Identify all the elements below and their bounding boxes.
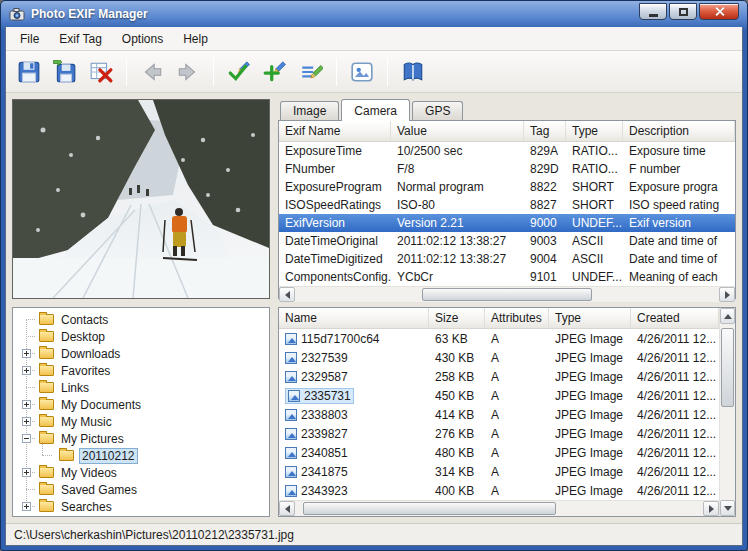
- file-row-selected[interactable]: 2335731450 KBAJPEG Image4/26/2011 12...: [279, 386, 719, 405]
- scroll-right-button[interactable]: [719, 287, 735, 302]
- exif-name: ExposureTime: [279, 144, 391, 158]
- help-button[interactable]: [396, 55, 430, 89]
- scrollbar-thumb[interactable]: [721, 328, 734, 407]
- tree-item-20110212[interactable]: 20110212: [13, 447, 269, 464]
- exif-tag: 9003: [524, 234, 566, 248]
- file-attributes: A: [485, 332, 549, 346]
- edit-tags-button[interactable]: [294, 55, 328, 89]
- tab-image[interactable]: Image: [280, 101, 339, 120]
- camera-app-icon[interactable]: [9, 6, 25, 22]
- scrollbar-thumb[interactable]: [422, 288, 592, 301]
- exif-type: ASCII: [566, 234, 623, 248]
- tree-item-label: My Documents: [59, 398, 143, 412]
- expand-plus-icon[interactable]: [22, 468, 31, 477]
- tree-item-my-videos[interactable]: My Videos: [13, 464, 269, 481]
- column-header-description[interactable]: Description: [623, 121, 735, 141]
- exif-row[interactable]: ExposureTime10/2500 sec829ARATIO...Expos…: [279, 142, 735, 160]
- column-header-tag[interactable]: Tag: [524, 121, 566, 141]
- column-header-value[interactable]: Value: [391, 121, 524, 141]
- minimize-button[interactable]: [639, 3, 667, 20]
- expand-plus-icon[interactable]: [22, 502, 31, 511]
- file-created: 4/26/2011 12...: [631, 427, 719, 441]
- file-attributes: A: [485, 408, 549, 422]
- exif-row[interactable]: ExposureProgramNormal program8822SHORTEx…: [279, 178, 735, 196]
- files-horizontal-scrollbar[interactable]: [279, 500, 719, 516]
- column-header-name[interactable]: Name: [279, 308, 429, 328]
- tree-item-searches[interactable]: Searches: [13, 498, 269, 515]
- expand-plus-icon[interactable]: [22, 366, 31, 375]
- file-size: 314 KB: [429, 465, 485, 479]
- menu-file[interactable]: File: [10, 28, 49, 50]
- title-bar[interactable]: Photo EXIF Manager: [5, 1, 743, 27]
- delete-exif-button[interactable]: [84, 55, 118, 89]
- tree-item-saved-games[interactable]: Saved Games: [13, 481, 269, 498]
- exif-row[interactable]: FNumberF/8829DRATIO...F number: [279, 160, 735, 178]
- file-created: 4/26/2011 12...: [631, 408, 719, 422]
- menu-help[interactable]: Help: [173, 28, 218, 50]
- scroll-up-button[interactable]: [720, 308, 735, 324]
- tree-item-label: Contacts: [59, 313, 110, 327]
- scrollbar-track[interactable]: [295, 501, 703, 516]
- menu-exif-tag[interactable]: Exif Tag: [49, 28, 111, 50]
- image-file-icon: [285, 352, 297, 364]
- tab-camera[interactable]: Camera: [341, 99, 410, 120]
- column-header-type[interactable]: Type: [566, 121, 623, 141]
- photo-preview: [12, 99, 270, 299]
- file-row[interactable]: 2340851480 KBAJPEG Image4/26/2011 12...: [279, 443, 719, 462]
- file-row[interactable]: 115d71700c6463 KBAJPEG Image4/26/2011 12…: [279, 329, 719, 348]
- forward-button[interactable]: [171, 55, 205, 89]
- back-button[interactable]: [135, 55, 169, 89]
- image-viewer-button[interactable]: [345, 55, 379, 89]
- file-row[interactable]: 2338803414 KBAJPEG Image4/26/2011 12...: [279, 405, 719, 424]
- save-as-button[interactable]: [48, 55, 82, 89]
- expand-plus-icon[interactable]: [22, 349, 31, 358]
- scrollbar-track[interactable]: [720, 324, 735, 500]
- scroll-right-button[interactable]: [703, 501, 719, 516]
- scroll-left-button[interactable]: [279, 287, 295, 302]
- files-vertical-scrollbar[interactable]: [719, 308, 735, 516]
- tree-item-links[interactable]: Links: [13, 379, 269, 396]
- tree-item-favorites[interactable]: Favorites: [13, 362, 269, 379]
- file-row[interactable]: 2329587258 KBAJPEG Image4/26/2011 12...: [279, 367, 719, 386]
- exif-row[interactable]: ComponentsConfig...YCbCr9101UNDEF...Mean…: [279, 268, 735, 286]
- exif-type: UNDEF...: [566, 216, 623, 230]
- verify-tags-button[interactable]: [222, 55, 256, 89]
- collapse-minus-icon[interactable]: [22, 434, 31, 443]
- exif-row[interactable]: DateTimeDigitized2011:02:12 13:38:279004…: [279, 250, 735, 268]
- scrollbar-track[interactable]: [295, 287, 719, 302]
- image-file-icon: [285, 447, 297, 459]
- tab-gps[interactable]: GPS: [412, 101, 463, 120]
- column-header-created[interactable]: Created: [631, 308, 719, 328]
- file-row[interactable]: 2343923400 KBAJPEG Image4/26/2011 12...: [279, 481, 719, 500]
- column-header-type[interactable]: Type: [549, 308, 631, 328]
- scrollbar-thumb[interactable]: [303, 502, 556, 515]
- menu-options[interactable]: Options: [112, 28, 173, 50]
- scroll-down-button[interactable]: [720, 500, 735, 516]
- close-button[interactable]: [699, 3, 739, 20]
- add-tag-button[interactable]: [258, 55, 292, 89]
- exif-row-selected[interactable]: ExifVersionVersion 2.219000UNDEF...Exif …: [279, 214, 735, 232]
- save-button[interactable]: [12, 55, 46, 89]
- tree-item-downloads[interactable]: Downloads: [13, 345, 269, 362]
- expand-plus-icon[interactable]: [22, 417, 31, 426]
- exif-row[interactable]: DateTimeOriginal2011:02:12 13:38:279003A…: [279, 232, 735, 250]
- exif-name: ComponentsConfig...: [279, 270, 391, 284]
- maximize-button[interactable]: [669, 3, 697, 20]
- column-header-size[interactable]: Size: [429, 308, 485, 328]
- file-size: 258 KB: [429, 370, 485, 384]
- file-row[interactable]: 2339827276 KBAJPEG Image4/26/2011 12...: [279, 424, 719, 443]
- expand-plus-icon[interactable]: [22, 400, 31, 409]
- file-row[interactable]: 2327539430 KBAJPEG Image4/26/2011 12...: [279, 348, 719, 367]
- exif-horizontal-scrollbar[interactable]: [279, 286, 735, 302]
- file-row[interactable]: 2341875314 KBAJPEG Image4/26/2011 12...: [279, 462, 719, 481]
- exif-name: FNumber: [279, 162, 391, 176]
- exif-row[interactable]: ISOSpeedRatingsISO-808827SHORTISO speed …: [279, 196, 735, 214]
- column-header-attributes[interactable]: Attributes: [485, 308, 549, 328]
- column-header-exif-name[interactable]: Exif Name: [279, 121, 391, 141]
- tree-item-desktop[interactable]: Desktop: [13, 328, 269, 345]
- tree-item-my-pictures[interactable]: My Pictures: [13, 430, 269, 447]
- tree-item-my-documents[interactable]: My Documents: [13, 396, 269, 413]
- tree-item-contacts[interactable]: Contacts: [13, 311, 269, 328]
- scroll-left-button[interactable]: [279, 501, 295, 516]
- tree-item-my-music[interactable]: My Music: [13, 413, 269, 430]
